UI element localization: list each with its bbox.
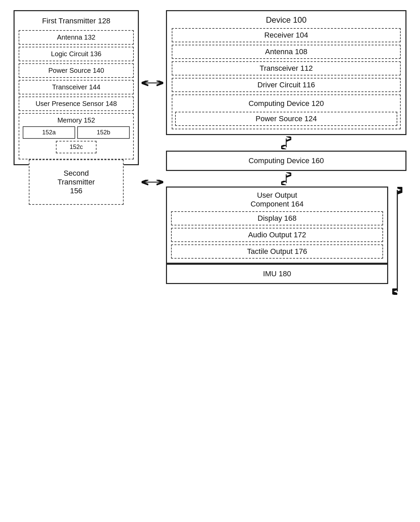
ft-ups-label: User Presence Sensor 148 xyxy=(19,97,133,110)
second-transmitter-col: Second Transmitter 156 xyxy=(14,153,139,205)
display-box: Display 168 xyxy=(171,211,383,225)
cd120-label: Computing Device 120 xyxy=(175,97,397,110)
tactile-label: Tactile Output 176 xyxy=(172,245,382,258)
audio-label: Audio Output 172 xyxy=(172,229,382,241)
device100-title: Device 100 xyxy=(172,15,401,25)
memory-row1: 152a 152b xyxy=(23,126,130,139)
d100-antenna-box: Antenna 108 xyxy=(172,45,401,59)
display-label: Display 168 xyxy=(172,212,382,225)
diagram-container: First Transmitter 128 Antenna 132 Logic … xyxy=(14,10,406,205)
uoc-inner: Display 168 Audio Output 172 Tactile Out… xyxy=(171,211,383,259)
memory-label: Memory 152 xyxy=(23,116,130,124)
horiz-arrow-lower-svg xyxy=(139,177,166,187)
ft-antenna-box: Antenna 132 xyxy=(19,30,134,45)
lower-arrow-connector xyxy=(139,170,166,187)
d100-transceiver-label: Transceiver 112 xyxy=(172,62,400,75)
v-arrow-1 xyxy=(166,135,406,151)
lower-row: Second Transmitter 156 xyxy=(14,153,406,205)
first-transmitter-box: First Transmitter 128 Antenna 132 Logic … xyxy=(14,10,139,165)
left-column: First Transmitter 128 Antenna 132 Logic … xyxy=(14,10,139,165)
ft-ups-box: User Presence Sensor 148 xyxy=(19,96,134,111)
driver-circuit-label: Driver Circuit 116 xyxy=(172,79,400,91)
horiz-arrow-upper-svg xyxy=(139,78,166,88)
upper-arrow-connector xyxy=(139,10,166,88)
v-arrow1-svg xyxy=(281,136,291,149)
imu-label: IMU 180 xyxy=(167,265,387,283)
memory-cell-152c: 152c xyxy=(56,141,97,153)
ft-transceiver-label: Transceiver 144 xyxy=(19,81,133,94)
d100-transceiver-box: Transceiver 112 xyxy=(172,61,401,75)
receiver-box: Receiver 104 xyxy=(172,28,401,42)
receiver-label: Receiver 104 xyxy=(172,29,400,42)
ft-power-label: Power Source 140 xyxy=(19,64,133,77)
first-transmitter-title: First Transmitter 128 xyxy=(19,15,134,27)
first-transmitter-components: Antenna 132 Logic Circuit 136 Power Sour… xyxy=(19,30,134,159)
device100-components: Receiver 104 Antenna 108 Transceiver 112… xyxy=(172,28,401,129)
memory-cell-152b: 152b xyxy=(77,126,130,139)
ft-antenna-label: Antenna 132 xyxy=(19,31,133,44)
ft-power-box: Power Source 140 xyxy=(19,63,134,78)
device100-outer: Device 100 Receiver 104 Antenna 108 Tran… xyxy=(166,10,406,135)
ps124-box: Power Source 124 xyxy=(175,112,397,126)
audio-box: Audio Output 172 xyxy=(171,228,383,242)
driver-circuit-box: Driver Circuit 116 xyxy=(172,78,401,92)
tactile-box: Tactile Output 176 xyxy=(171,244,383,259)
imu-box: IMU 180 xyxy=(166,264,388,284)
memory-cell-152a: 152a xyxy=(23,126,75,139)
second-transmitter-box: Second Transmitter 156 xyxy=(29,159,124,205)
ps124-label: Power Source 124 xyxy=(176,112,397,125)
ft-logic-label: Logic Circuit 136 xyxy=(19,47,133,61)
ft-logic-box: Logic Circuit 136 xyxy=(19,47,134,61)
memory-row2: 152c xyxy=(23,141,130,153)
cd120-group-box: Computing Device 120 Power Source 124 xyxy=(172,94,401,129)
ft-transceiver-box: Transceiver 144 xyxy=(19,80,134,94)
second-transmitter-label: Second Transmitter 156 xyxy=(35,167,118,197)
d100-antenna-label: Antenna 108 xyxy=(172,45,400,58)
